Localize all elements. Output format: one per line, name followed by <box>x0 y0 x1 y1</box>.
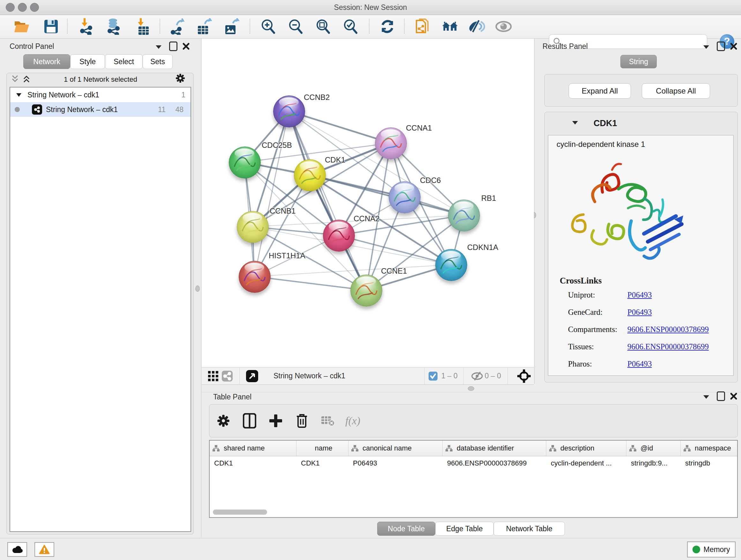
results-panel-close-icon[interactable] <box>729 42 738 51</box>
node-gloss <box>441 251 461 260</box>
collapse-all-networks-icon[interactable] <box>10 74 20 84</box>
table-row[interactable]: CDK1CDK1P064939606.ENSP00000378699cyclin… <box>210 456 738 471</box>
column-header-database-identifier[interactable]: database identifier <box>443 441 546 456</box>
warnings-button[interactable] <box>35 542 54 557</box>
results-panel-menu-icon[interactable] <box>701 42 711 52</box>
network-node-cdc6[interactable] <box>389 181 421 213</box>
crosslink-link[interactable]: P06493 <box>627 360 652 368</box>
column-header-shared-name[interactable]: shared name <box>210 441 296 456</box>
apply-layout-refresh-icon[interactable] <box>379 18 396 35</box>
network-node-ccna1[interactable] <box>375 127 407 159</box>
import-network-file-icon[interactable] <box>78 18 95 35</box>
string-document-icon[interactable] <box>415 18 431 35</box>
network-node-cdc25b[interactable] <box>229 146 261 179</box>
selected-checkbox-icon[interactable] <box>425 367 441 385</box>
panel-divider[interactable] <box>534 38 535 384</box>
table-settings-gear-icon[interactable] <box>214 412 232 430</box>
zoom-fit-icon[interactable] <box>315 18 331 35</box>
control-panel-float-icon[interactable] <box>169 42 178 51</box>
network-node-rb1[interactable] <box>448 199 480 232</box>
fit-selected-crosshair-icon[interactable] <box>514 367 534 385</box>
grid-view-icon[interactable] <box>206 367 220 385</box>
splitter-handle[interactable] <box>468 386 474 391</box>
network-edge-HIST1H1A-CCNE1[interactable] <box>254 276 366 290</box>
results-panel-float-icon[interactable] <box>716 42 726 51</box>
node-label-ccne1: CCNE1 <box>381 266 407 275</box>
crosslink-link[interactable]: P06493 <box>627 291 652 299</box>
birds-eye-view-icon[interactable] <box>245 367 259 385</box>
network-view-canvas[interactable]: CCNB2CCNA1CDC25BCDK1CDC6RB1CCNB1CCNA2CDK… <box>202 39 534 367</box>
tab-node-table[interactable]: Node Table <box>377 522 435 536</box>
window-titlebar: Session: New Session <box>0 0 741 15</box>
memory-button[interactable]: Memory <box>687 542 736 557</box>
network-node-ccna2[interactable] <box>323 220 355 252</box>
crosslink-link[interactable]: 9606.ENSP00000378699 <box>627 325 709 334</box>
tab-network[interactable]: Network <box>23 54 70 69</box>
column-header-description[interactable]: description <box>546 441 626 456</box>
shared-column-icon <box>212 445 220 452</box>
node-label-ccna2: CCNA2 <box>354 214 380 223</box>
home-pages-icon[interactable] <box>442 18 458 35</box>
export-network-icon[interactable] <box>169 18 186 35</box>
delete-column-trash-icon[interactable] <box>293 412 311 430</box>
control-panel-close-icon[interactable] <box>181 42 191 51</box>
network-node-cdkn1a[interactable] <box>435 249 467 281</box>
network-node-ccnb2[interactable] <box>273 96 305 127</box>
table-panel-float-icon[interactable] <box>716 391 726 401</box>
crosslink-link[interactable]: 9606.ENSP00000378699 <box>627 342 709 351</box>
column-header-canonical-name[interactable]: canonical name <box>348 441 443 456</box>
show-columns-icon[interactable] <box>241 412 259 430</box>
panel-divider[interactable] <box>201 38 201 537</box>
save-icon[interactable] <box>43 18 59 35</box>
tab-select[interactable]: Select <box>105 54 143 69</box>
column-header-name[interactable]: name <box>296 441 348 456</box>
expand-all-networks-icon[interactable] <box>22 74 31 84</box>
tab-edge-table[interactable]: Edge Table <box>435 522 494 536</box>
export-table-icon[interactable] <box>196 18 212 35</box>
delete-table-icon[interactable] <box>319 412 337 430</box>
cloud-services-button[interactable] <box>7 542 27 557</box>
share-view-icon[interactable] <box>220 367 234 385</box>
network-collection-row[interactable]: String Network – cdk1 1 <box>10 87 191 102</box>
splitter-handle[interactable] <box>195 286 200 292</box>
column-header--id[interactable]: @id <box>626 441 681 456</box>
table-panel-menu-icon[interactable] <box>701 392 711 401</box>
control-panel-menu-icon[interactable] <box>154 42 163 52</box>
crosslinks-title: CrossLinks <box>560 276 602 286</box>
import-network-database-icon[interactable] <box>105 18 122 35</box>
function-builder-icon[interactable]: f(x) <box>345 415 360 427</box>
table-panel-close-icon[interactable] <box>729 391 738 401</box>
expand-all-button[interactable]: Expand All <box>569 83 631 99</box>
show-graphics-details-icon[interactable] <box>495 18 512 35</box>
node-table: shared namenamecanonical namedatabase id… <box>209 440 738 518</box>
import-table-icon[interactable] <box>135 18 151 35</box>
network-node-ccne1[interactable] <box>350 274 382 307</box>
open-folder-icon[interactable] <box>13 18 30 35</box>
crosslink-link[interactable]: P06493 <box>627 308 652 316</box>
network-edge-CCNB2-CCNE1[interactable] <box>289 111 366 290</box>
network-node-ccnb1[interactable] <box>237 211 269 243</box>
zoom-selected-icon[interactable] <box>342 18 359 35</box>
node-label-ccnb2: CCNB2 <box>304 93 330 102</box>
add-column-icon[interactable] <box>267 412 285 430</box>
collapse-all-button[interactable]: Collapse All <box>642 83 710 99</box>
network-node-hist1h1a[interactable] <box>239 261 271 293</box>
tab-network-table[interactable]: Network Table <box>494 522 565 536</box>
tab-string[interactable]: String <box>620 55 657 68</box>
entry-detail-panel: cyclin-dependent kinase 1 CrossLinks Uni… <box>548 135 734 376</box>
hide-graphics-details-icon[interactable] <box>468 18 485 35</box>
tab-style[interactable]: Style <box>70 54 105 69</box>
export-image-icon[interactable] <box>223 18 240 35</box>
panel-divider[interactable] <box>201 392 741 392</box>
zoom-in-icon[interactable] <box>260 18 276 35</box>
network-node-cdk1[interactable] <box>294 159 326 191</box>
hidden-eye-icon[interactable] <box>469 367 485 385</box>
table-horizontal-scrollbar[interactable] <box>213 509 267 515</box>
column-header-namespace[interactable]: namespace <box>681 441 738 456</box>
network-options-gear-icon[interactable] <box>176 73 185 83</box>
entry-collapse-icon[interactable] <box>570 118 580 127</box>
selected-node-edge-count: 1 – 0 <box>441 372 458 380</box>
network-row-selected[interactable]: String Network – cdk1 11 48 <box>10 102 191 117</box>
zoom-out-icon[interactable] <box>287 18 304 35</box>
tab-sets[interactable]: Sets <box>143 54 173 69</box>
